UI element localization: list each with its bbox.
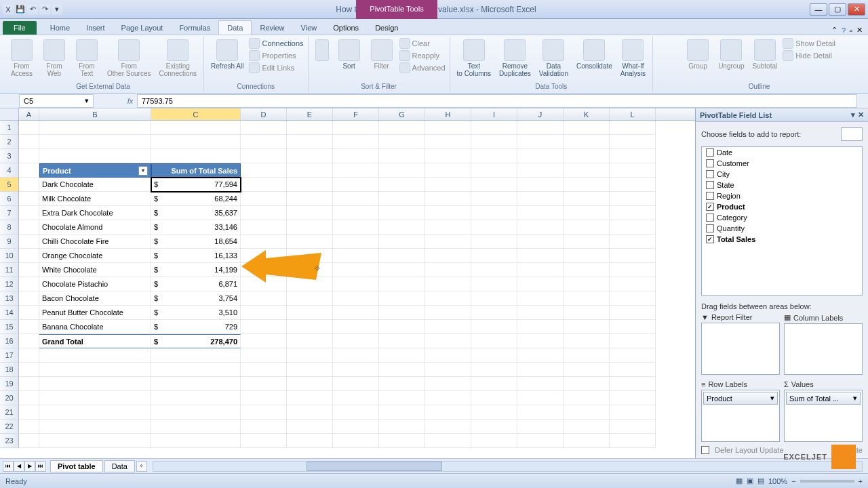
what-if-analysis-button[interactable]: What-IfAnalysis	[618, 38, 648, 79]
cell[interactable]	[379, 363, 425, 377]
cell[interactable]	[471, 320, 517, 334]
cell[interactable]	[471, 163, 517, 178]
tab-nav-last[interactable]: ⏭	[35, 461, 46, 472]
cell[interactable]	[610, 348, 656, 363]
cell[interactable]	[517, 263, 564, 277]
row-header[interactable]: 10	[0, 249, 19, 263]
cell[interactable]	[379, 348, 425, 363]
cell[interactable]	[241, 348, 287, 363]
remove-duplicates-button[interactable]: RemoveDuplicates	[496, 38, 534, 79]
row-header[interactable]: 12	[0, 277, 19, 291]
cell[interactable]	[564, 391, 610, 405]
cell[interactable]	[610, 277, 656, 291]
field-product[interactable]: ✓Product	[702, 201, 862, 212]
cell[interactable]	[287, 320, 333, 334]
cell[interactable]	[379, 249, 425, 263]
cell[interactable]	[610, 163, 656, 178]
cell[interactable]	[379, 420, 425, 434]
cell[interactable]	[241, 277, 287, 291]
tab-insert[interactable]: Insert	[78, 21, 113, 35]
cell[interactable]	[610, 420, 656, 434]
cell[interactable]: $77,594	[151, 178, 241, 192]
cell[interactable]	[379, 121, 425, 135]
row-header[interactable]: 20	[0, 391, 19, 405]
sort-button[interactable]: Sort	[334, 38, 364, 71]
cell[interactable]	[333, 377, 379, 391]
cell[interactable]	[471, 434, 517, 448]
cell[interactable]	[379, 206, 425, 220]
cell[interactable]	[517, 348, 564, 363]
cell[interactable]	[287, 348, 333, 363]
cell[interactable]	[333, 235, 379, 249]
row-header[interactable]: 18	[0, 363, 19, 377]
cell[interactable]	[241, 220, 287, 235]
clear-button[interactable]: Clear	[399, 38, 446, 49]
cell[interactable]	[610, 377, 656, 391]
cell[interactable]	[287, 405, 333, 420]
maximize-button[interactable]: ▢	[829, 3, 846, 16]
cell[interactable]	[151, 363, 241, 377]
cell[interactable]: $35,637	[151, 206, 241, 220]
tab-formulas[interactable]: Formulas	[171, 21, 218, 35]
row-header[interactable]: 14	[0, 306, 19, 320]
cell[interactable]	[19, 192, 39, 206]
cell[interactable]	[471, 377, 517, 391]
row-header[interactable]: 3	[0, 149, 19, 163]
cell[interactable]	[333, 348, 379, 363]
cell[interactable]: Chilli Chocolate Fire	[39, 235, 151, 249]
cell[interactable]	[19, 263, 39, 277]
cell[interactable]	[564, 263, 610, 277]
cell[interactable]	[425, 434, 471, 448]
cell[interactable]	[425, 206, 471, 220]
cell[interactable]	[19, 149, 39, 163]
cell[interactable]	[241, 263, 287, 277]
fx-icon[interactable]: fx	[123, 97, 137, 105]
cell[interactable]	[19, 178, 39, 192]
cell[interactable]	[241, 306, 287, 320]
close-button[interactable]: ✕	[848, 3, 865, 16]
cell[interactable]	[241, 163, 287, 178]
reapply-button[interactable]: Reapply	[399, 50, 446, 61]
tab-nav-next[interactable]: ▶	[24, 461, 35, 472]
cell[interactable]	[19, 420, 39, 434]
cell[interactable]	[425, 163, 471, 178]
cell[interactable]	[241, 135, 287, 149]
row-header[interactable]: 7	[0, 206, 19, 220]
minimize-button[interactable]: —	[810, 3, 827, 16]
cell[interactable]	[471, 391, 517, 405]
cell[interactable]	[379, 320, 425, 334]
formula-input[interactable]: 77593.75	[137, 94, 857, 108]
cell[interactable]	[610, 178, 656, 192]
cell[interactable]	[39, 149, 151, 163]
close-workbook-icon[interactable]: ✕	[856, 26, 863, 35]
cell[interactable]	[379, 306, 425, 320]
cell[interactable]	[517, 121, 564, 135]
cell[interactable]	[425, 263, 471, 277]
cell[interactable]	[425, 149, 471, 163]
cell[interactable]	[379, 263, 425, 277]
cell[interactable]: $729	[151, 320, 241, 334]
cell[interactable]	[379, 377, 425, 391]
cell[interactable]	[151, 135, 241, 149]
cell[interactable]	[39, 135, 151, 149]
cell[interactable]	[517, 206, 564, 220]
cell[interactable]	[564, 178, 610, 192]
cell[interactable]	[287, 291, 333, 306]
cell[interactable]	[39, 363, 151, 377]
cell[interactable]	[564, 192, 610, 206]
cell[interactable]	[517, 220, 564, 235]
cell[interactable]	[471, 277, 517, 291]
cell[interactable]	[287, 363, 333, 377]
cell[interactable]: $6,871	[151, 277, 241, 291]
cell[interactable]	[241, 377, 287, 391]
cell[interactable]	[425, 306, 471, 320]
sheet-tab-pivot-table[interactable]: Pivot table	[50, 460, 103, 472]
subtotal-button[interactable]: Subtotal	[750, 38, 781, 71]
cell[interactable]	[610, 149, 656, 163]
col-header-D[interactable]: D	[241, 108, 287, 120]
cell[interactable]	[379, 149, 425, 163]
cell[interactable]	[610, 206, 656, 220]
cell[interactable]	[333, 121, 379, 135]
cell[interactable]: Dark Chocolate	[39, 178, 151, 192]
cell[interactable]	[610, 434, 656, 448]
